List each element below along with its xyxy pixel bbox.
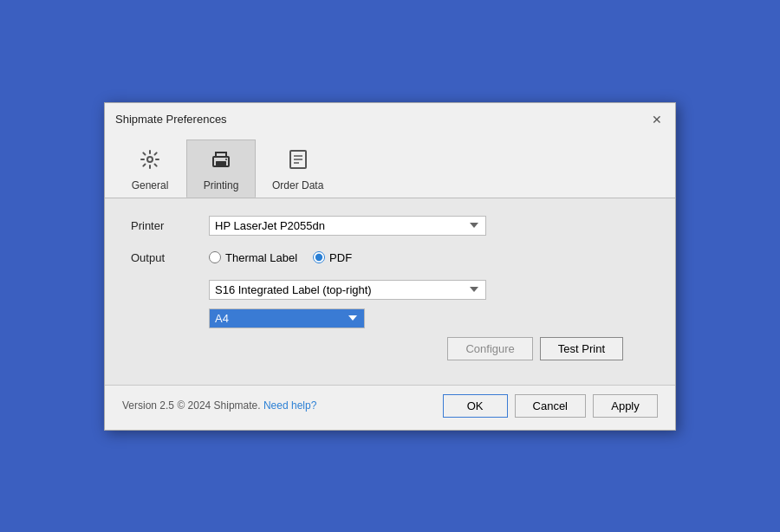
label-type-dropdown[interactable]: S16 Integrated Label (top-right) — [209, 280, 486, 300]
sub-dropdowns: S16 Integrated Label (top-right) A4 Lett… — [209, 280, 649, 328]
output-row: Output Thermal Label PDF — [131, 251, 649, 264]
ok-button[interactable]: OK — [443, 394, 508, 418]
footer: Version 2.5 © 2024 Shipmate. Need help? … — [105, 385, 675, 430]
general-icon — [138, 147, 162, 177]
order-data-icon — [286, 147, 310, 177]
cancel-button[interactable]: Cancel — [515, 394, 586, 418]
thermal-radio[interactable] — [209, 251, 221, 263]
tab-content: Printer HP LaserJet P2055dn Output Therm… — [105, 198, 675, 385]
output-label: Output — [131, 251, 209, 264]
output-thermal-option[interactable]: Thermal Label — [209, 251, 297, 264]
pdf-label: PDF — [329, 251, 352, 264]
tab-general[interactable]: General — [115, 139, 185, 198]
apply-button[interactable]: Apply — [593, 394, 658, 418]
svg-point-3 — [225, 159, 227, 160]
action-buttons: Configure Test Print — [131, 328, 649, 371]
titlebar: Shipmate Preferences ✕ — [105, 103, 675, 133]
close-button[interactable]: ✕ — [649, 112, 665, 127]
paper-size-dropdown[interactable]: A4 Letter — [209, 308, 365, 328]
printer-row: Printer HP LaserJet P2055dn — [131, 216, 649, 236]
footer-version: Version 2.5 © 2024 Shipmate. Need help? — [122, 399, 316, 412]
output-control: Thermal Label PDF — [209, 251, 649, 264]
svg-rect-2 — [216, 161, 226, 165]
tab-printing-label: Printing — [204, 179, 239, 191]
tab-order-data[interactable]: Order Data — [257, 139, 338, 198]
footer-buttons: OK Cancel Apply — [443, 394, 658, 418]
dialog-title: Shipmate Preferences — [115, 113, 227, 126]
printer-control: HP LaserJet P2055dn — [209, 216, 649, 236]
test-print-button[interactable]: Test Print — [540, 337, 623, 360]
thermal-label: Thermal Label — [225, 251, 297, 264]
output-pdf-option[interactable]: PDF — [313, 251, 352, 264]
need-help-link[interactable]: Need help? — [263, 399, 316, 412]
svg-point-0 — [147, 157, 153, 162]
printing-icon — [209, 147, 233, 177]
paper-size-row: A4 Letter — [209, 308, 649, 328]
tab-order-data-label: Order Data — [272, 179, 323, 191]
preferences-dialog: Shipmate Preferences ✕ General — [104, 102, 676, 431]
version-text: Version 2.5 © 2024 Shipmate. — [122, 399, 261, 412]
printer-label: Printer — [131, 219, 209, 232]
printer-dropdown[interactable]: HP LaserJet P2055dn — [209, 216, 486, 236]
pdf-radio[interactable] — [313, 251, 325, 263]
tab-general-label: General — [132, 179, 169, 191]
tab-printing[interactable]: Printing — [186, 139, 256, 198]
tab-bar: General Printing — [105, 133, 675, 198]
label-type-row: S16 Integrated Label (top-right) — [209, 280, 649, 300]
configure-button[interactable]: Configure — [447, 337, 532, 360]
